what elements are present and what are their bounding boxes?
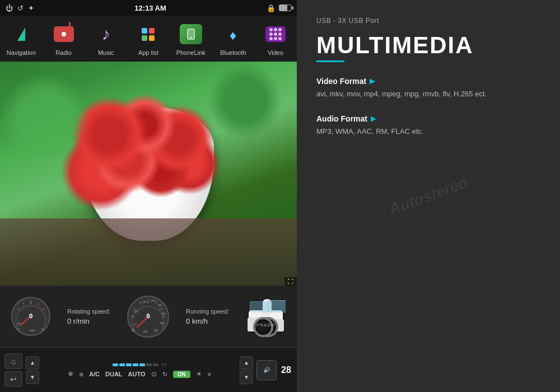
status-time: 12:13 AM (134, 4, 166, 12)
prog-6 (146, 363, 152, 366)
nav-label-applist: App list (138, 49, 158, 56)
climate-icons-row: ❄ ⊕ A/C DUAL AUTO ⊙ ↻ ON ☀ ≡ (68, 370, 211, 378)
lock-icon: 🔒 (267, 4, 276, 12)
rpm-tick-6 (38, 303, 39, 305)
battery-icon (279, 4, 291, 11)
rpm-center-value: 0 (29, 312, 32, 320)
status-icons-left: ⏻ ↺ ✦ (6, 4, 34, 12)
gauges-section: 0 6 r/min 0 Rotating speed: 0 r/min (0, 286, 297, 347)
music-icon-wrap: ♪ (93, 21, 119, 47)
speaker-icon: 🔊 (263, 367, 270, 373)
rpm-label-0: 0 (17, 328, 19, 331)
rpm-tick-4 (23, 303, 24, 305)
video-format-title: Video Format ▶ (316, 77, 540, 86)
video-format-desc: avi, mkv, mov, mp4, mpeg, mpg, rmvb, flv… (316, 88, 540, 100)
phonelink-icon (180, 24, 202, 44)
svg-point-1 (190, 37, 192, 39)
home-back-buttons: ⌂ ↩ (4, 353, 22, 387)
nav-item-radio[interactable]: Radio (43, 21, 85, 56)
applist-icon-wrap (136, 21, 161, 47)
video-dots (269, 28, 282, 40)
climate-bar: ⌂ ↩ ▲ ▼ ↑↑ ❄ (0, 347, 297, 392)
title-block: MULTIMEDIA (316, 34, 540, 62)
speed-gauge: 80 100 120 140 160 180 200 220 240 0 (127, 296, 169, 338)
fan-up-button[interactable]: ▲ (240, 356, 253, 370)
temp-up-button[interactable]: ▲ (26, 356, 39, 370)
climate-controls: ↑↑ ❄ ⊕ A/C DUAL AUTO ⊙ ↻ ON ☀ ≡ (43, 362, 236, 378)
rpm-tick-1 (17, 323, 21, 324)
nav-item-video[interactable]: Video (255, 21, 297, 56)
nav-label-radio: Radio (55, 49, 72, 56)
auto-label[interactable]: AUTO (128, 371, 146, 377)
speed-label-120: 120 (142, 301, 147, 304)
prog-4 (133, 363, 138, 366)
volume-icon-button[interactable]: 🔊 (256, 360, 277, 380)
temp-up-down: ▲ ▼ (26, 356, 39, 384)
speed-info: Running speed: 0 km/h (186, 308, 229, 325)
undo-icon: ↺ (17, 4, 24, 12)
music-note-icon: ♪ (102, 25, 110, 44)
status-icons-right: 🔒 (267, 4, 291, 12)
speed-tick-6 (155, 301, 157, 304)
phone-svg (185, 28, 197, 40)
right-panel: Autostereo USB - 3X USB Port MULTIMEDIA … (297, 0, 560, 392)
climate-top-row: ↑↑ (113, 362, 167, 368)
car-shape: PRADO (246, 291, 286, 342)
air-vent-icon: ⊙ (151, 370, 157, 378)
dual-label[interactable]: DUAL (105, 371, 123, 377)
prog-3 (126, 363, 132, 366)
play-arrow-icon-2: ▶ (371, 115, 376, 123)
nav-item-applist[interactable]: App list (127, 21, 169, 56)
on-badge: ON (173, 371, 190, 378)
home-button[interactable]: ⌂ (4, 353, 22, 369)
defrost-icon: ❄ (68, 370, 73, 378)
speed-label-140: 140 (151, 300, 155, 302)
nav-label-navigation: Navigation (7, 49, 36, 56)
nav-label-video: Video (268, 49, 283, 56)
radio-icon-wrap (51, 21, 77, 47)
fan-down-button[interactable]: ▼ (240, 371, 253, 384)
nav-item-bluetooth[interactable]: ⬧ Bluetooth (212, 21, 254, 56)
car-logo: PRADO (256, 323, 275, 328)
speed-tick-4 (139, 301, 141, 304)
radio-icon (54, 26, 74, 42)
back-button[interactable]: ↩ (4, 371, 22, 387)
video-format-section: Video Format ▶ avi, mkv, mov, mp4, mpeg,… (316, 77, 540, 100)
volume-control: 🔊 28 (256, 360, 292, 380)
leaf-right (208, 62, 282, 140)
video-content (0, 62, 297, 286)
watermark-text: Autostereo (386, 174, 470, 219)
prog-1 (113, 363, 118, 366)
speed-label-240: 240 (143, 330, 148, 333)
speed-label-160: 160 (157, 304, 162, 307)
nav-label-music: Music (98, 49, 114, 56)
video-icon-wrap (263, 21, 288, 47)
speed-label-80: 80 (132, 329, 136, 332)
temp-down-button[interactable]: ▼ (26, 371, 39, 384)
nav-item-phonelink[interactable]: PhoneLink (170, 21, 212, 56)
apps-grid-icon (142, 28, 155, 41)
nav-item-navigation[interactable]: Navigation (0, 21, 42, 56)
audio-format-section: Audio Format ▶ MP3, WMA, AAC, RM, FLAC e… (316, 114, 540, 137)
power-icon: ⏻ (6, 4, 13, 12)
nav-item-music[interactable]: ♪ Music (85, 21, 127, 56)
status-bar: ⏻ ↺ ✦ 12:13 AM 🔒 (0, 0, 297, 16)
speed-label-180: 180 (161, 312, 166, 315)
navigation-arrow-icon (17, 27, 25, 41)
audio-format-title: Audio Format ▶ (316, 114, 540, 123)
audio-format-desc: MP3, WMA, AAC, RM, FLAC etc. (316, 126, 540, 137)
brightness-icon: ✦ (28, 4, 34, 12)
page-title: MULTIMEDIA (316, 34, 540, 57)
rpm-label-unit: r/min (29, 329, 35, 332)
title-underline (316, 60, 344, 62)
rpm-label: Rotating speed: (67, 308, 110, 315)
prog-2 (119, 363, 125, 366)
car-stereo-screen: ⏻ ↺ ✦ 12:13 AM 🔒 Navigation (0, 0, 297, 392)
phonelink-icon-wrap (178, 21, 204, 47)
seat-heat-icon: ☀ (196, 370, 202, 378)
speed-tick-1 (133, 323, 137, 325)
ac-label[interactable]: A/C (89, 371, 100, 377)
rpm-gauge: 0 6 r/min 0 (11, 297, 50, 336)
speed-label-200: 200 (160, 322, 164, 325)
main-video-area[interactable]: ⛶ (0, 62, 297, 286)
